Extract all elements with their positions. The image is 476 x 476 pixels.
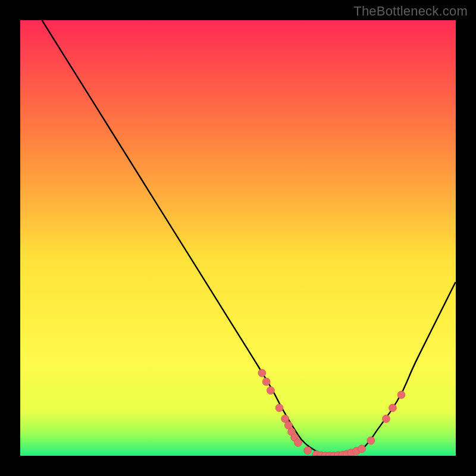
data-marker xyxy=(389,404,396,412)
bottleneck-chart xyxy=(20,20,456,456)
data-marker xyxy=(382,415,390,422)
data-marker xyxy=(267,387,274,394)
data-marker xyxy=(262,378,270,386)
data-marker xyxy=(275,404,283,412)
plot-area xyxy=(20,20,456,456)
chart-stage: TheBottleneck.com xyxy=(0,0,476,476)
watermark-text: TheBottleneck.com xyxy=(353,4,468,19)
data-marker xyxy=(304,447,312,455)
data-marker xyxy=(397,391,405,399)
data-marker xyxy=(258,369,266,377)
gradient-background xyxy=(20,20,456,456)
data-marker xyxy=(358,445,365,453)
data-marker xyxy=(367,437,375,444)
data-marker xyxy=(295,439,302,447)
